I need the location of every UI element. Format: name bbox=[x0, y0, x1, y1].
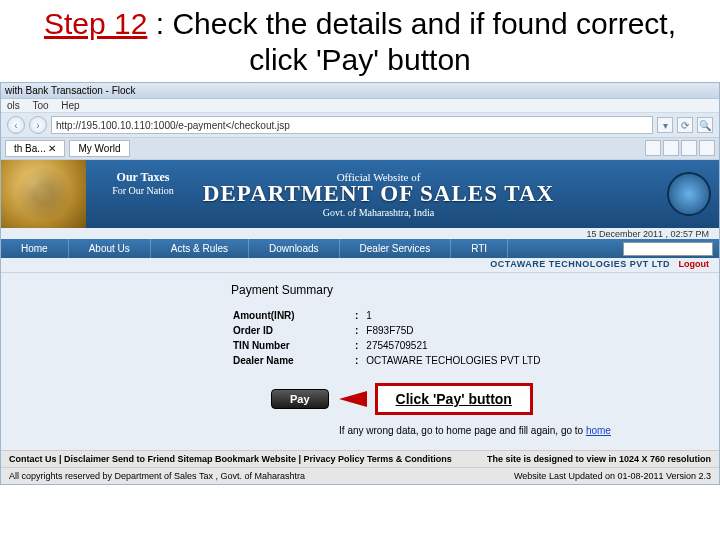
nav-downloads[interactable]: Downloads bbox=[249, 239, 339, 258]
logged-in-company: OCTAWARE TECHNOLOGIES PVT LTD bbox=[490, 259, 670, 269]
datetime-display: 15 December 2011 , 02:57 PM bbox=[1, 228, 719, 239]
page-content: Payment Summary Amount(INR):1 Order ID:F… bbox=[1, 273, 719, 436]
toolbar-icon[interactable] bbox=[681, 140, 697, 156]
slogan-line1: Our Taxes bbox=[93, 170, 193, 185]
main-nav: Home About Us Acts & Rules Downloads Dea… bbox=[1, 239, 719, 258]
nav-search-input[interactable] bbox=[623, 242, 713, 256]
slogan-line2: For Our Nation bbox=[93, 185, 193, 196]
nav-dealer[interactable]: Dealer Services bbox=[340, 239, 452, 258]
payment-summary-table: Amount(INR):1 Order ID:F893F75D TIN Numb… bbox=[231, 307, 548, 369]
menu-tools[interactable]: Too bbox=[32, 100, 48, 111]
footer-resolution: The site is designed to view in 1024 X 7… bbox=[487, 454, 711, 464]
nav-about[interactable]: About Us bbox=[69, 239, 151, 258]
table-row: TIN Number:27545709521 bbox=[233, 339, 546, 352]
dropdown-icon[interactable]: ▾ bbox=[657, 117, 673, 133]
order-label: Order ID bbox=[233, 324, 353, 337]
state-seal-icon bbox=[667, 172, 711, 216]
callout-box: Click 'Pay' button bbox=[375, 383, 533, 415]
site-footer: Contact Us | Disclaimer Send to Friend S… bbox=[1, 450, 719, 484]
nav-rti[interactable]: RTI bbox=[451, 239, 508, 258]
address-bar: ‹ › http://195.100.10.110:1000/e-payment… bbox=[1, 113, 719, 138]
dealer-label: Dealer Name bbox=[233, 354, 353, 367]
tab-strip: th Ba... ✕ My World bbox=[1, 138, 719, 160]
wrong-data-note: If any wrong data, go to home page and f… bbox=[231, 425, 719, 436]
home-link[interactable]: home bbox=[586, 425, 611, 436]
toolbar-icon[interactable] bbox=[645, 140, 661, 156]
emblem-right bbox=[659, 160, 719, 228]
table-row: Dealer Name:OCTAWARE TECHOLOGIES PVT LTD bbox=[233, 354, 546, 367]
forward-button[interactable]: › bbox=[29, 116, 47, 134]
toolbar-right bbox=[645, 140, 715, 157]
menu-view[interactable]: ols bbox=[7, 100, 20, 111]
logout-link[interactable]: Logout bbox=[679, 259, 710, 269]
search-icon[interactable]: 🔍 bbox=[697, 117, 713, 133]
note-text: If any wrong data, go to home page and f… bbox=[339, 425, 586, 436]
amount-label: Amount(INR) bbox=[233, 309, 353, 322]
payment-summary-title: Payment Summary bbox=[231, 279, 719, 301]
browser-window: with Bank Transaction - Flock ols Too He… bbox=[0, 82, 720, 485]
footer-links[interactable]: Contact Us | Disclaimer Send to Friend S… bbox=[9, 454, 487, 464]
footer-updated: Website Last Updated on 01-08-2011 Versi… bbox=[514, 471, 711, 481]
window-title: with Bank Transaction - Flock bbox=[5, 85, 136, 96]
amount-value: 1 bbox=[366, 309, 546, 322]
order-value: F893F75D bbox=[366, 324, 546, 337]
reload-icon[interactable]: ⟳ bbox=[677, 117, 693, 133]
step-description: : Check the details and if found correct… bbox=[147, 7, 676, 76]
tin-value: 27545709521 bbox=[366, 339, 546, 352]
slide-title: Step 12 : Check the details and if found… bbox=[0, 0, 720, 82]
footer-copyright: All copyrights reserved by Department of… bbox=[9, 471, 514, 481]
tab-myworld[interactable]: My World bbox=[69, 140, 129, 157]
emblem-left-image bbox=[1, 160, 86, 228]
table-row: Order ID:F893F75D bbox=[233, 324, 546, 337]
toolbar-icon[interactable] bbox=[699, 140, 715, 156]
url-input[interactable]: http://195.100.10.110:1000/e-payment</ch… bbox=[51, 116, 653, 134]
menu-bar: ols Too Hep bbox=[1, 99, 719, 113]
nav-acts[interactable]: Acts & Rules bbox=[151, 239, 249, 258]
tab-main[interactable]: th Ba... ✕ bbox=[5, 140, 65, 157]
menu-help[interactable]: Hep bbox=[61, 100, 79, 111]
pay-row: Pay Click 'Pay' button bbox=[231, 383, 719, 415]
nav-home[interactable]: Home bbox=[1, 239, 69, 258]
slogan: Our Taxes For Our Nation bbox=[93, 170, 193, 196]
dealer-value: OCTAWARE TECHOLOGIES PVT LTD bbox=[366, 354, 546, 367]
window-titlebar: with Bank Transaction - Flock bbox=[1, 83, 719, 99]
back-button[interactable]: ‹ bbox=[7, 116, 25, 134]
callout-arrow-icon bbox=[339, 391, 367, 407]
pay-button[interactable]: Pay bbox=[271, 389, 329, 409]
department-subtitle: Govt. of Maharashtra, India bbox=[98, 207, 659, 218]
table-row: Amount(INR):1 bbox=[233, 309, 546, 322]
tin-label: TIN Number bbox=[233, 339, 353, 352]
site-header: Our Taxes For Our Nation Official Websit… bbox=[1, 160, 719, 228]
toolbar-icon[interactable] bbox=[663, 140, 679, 156]
user-strip: OCTAWARE TECHNOLOGIES PVT LTD Logout bbox=[1, 258, 719, 273]
step-number: Step 12 bbox=[44, 7, 147, 40]
